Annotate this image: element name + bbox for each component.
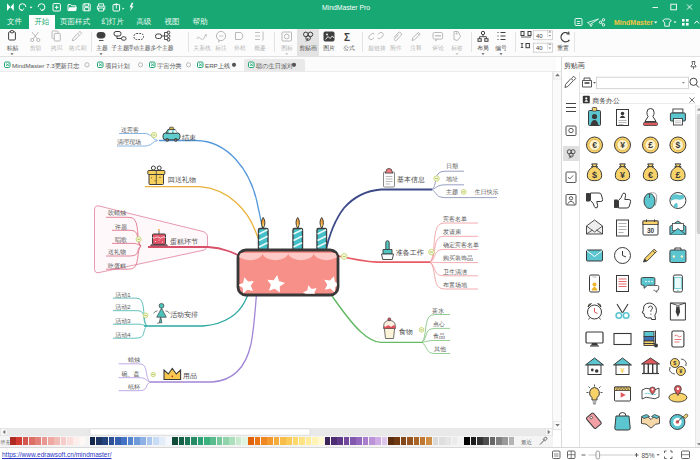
svg-text:用品: 用品	[183, 372, 197, 380]
svg-text:许愿: 许愿	[115, 223, 128, 231]
svg-text:基本信息: 基本信息	[397, 176, 425, 184]
svg-text:食物: 食物	[399, 328, 413, 336]
svg-text:生日快乐: 生日快乐	[475, 189, 499, 196]
svg-text:回送礼物: 回送礼物	[168, 175, 196, 184]
svg-text:活动1: 活动1	[115, 292, 131, 299]
svg-text:€: €	[592, 140, 597, 150]
svg-text:纸杯: 纸杯	[128, 384, 141, 390]
svg-text:MindMaster: MindMaster	[614, 19, 653, 26]
svg-text:发请柬: 发请柬	[443, 228, 462, 235]
svg-text:蜡烛: 蜡烛	[128, 357, 140, 364]
svg-text:30: 30	[646, 226, 654, 233]
svg-text:活动3: 活动3	[115, 318, 131, 325]
svg-text:确定宾客名单: 确定宾客名单	[443, 241, 479, 249]
svg-text:€: €	[647, 170, 652, 180]
svg-text:¥: ¥	[619, 170, 624, 180]
svg-text:40: 40	[536, 33, 543, 39]
svg-text:送宾客: 送宾客	[121, 126, 139, 134]
svg-text:卫生清洁: 卫生清洁	[443, 268, 467, 276]
svg-text:活动安排: 活动安排	[170, 311, 198, 319]
svg-text:¥: ¥	[620, 140, 625, 150]
svg-text:购买装饰品: 购买装饰品	[443, 254, 473, 262]
svg-text:Σ: Σ	[344, 32, 350, 43]
svg-text:食品: 食品	[433, 332, 445, 340]
svg-text:地址: 地址	[446, 176, 458, 182]
svg-text:¥: ¥	[620, 365, 625, 374]
svg-text:茶水: 茶水	[432, 308, 444, 314]
svg-text:准备工作: 准备工作	[396, 249, 424, 257]
svg-text:85%: 85%	[642, 452, 655, 459]
svg-text:宾客名单: 宾客名单	[443, 215, 467, 223]
svg-text:活动4: 活动4	[115, 332, 131, 339]
svg-text:送礼物: 送礼物	[108, 248, 126, 256]
svg-text:点心: 点心	[433, 321, 445, 327]
svg-text:蛋糕环节: 蛋糕环节	[170, 238, 198, 246]
svg-text:活动2: 活动2	[115, 304, 131, 311]
svg-text:$: $	[591, 170, 596, 180]
svg-text:主题: 主题	[446, 188, 458, 196]
svg-text:$: $	[675, 140, 680, 150]
svg-text:唱歌: 唱歌	[115, 236, 127, 244]
svg-text:£: £	[648, 140, 653, 150]
svg-text:结束: 结束	[182, 134, 196, 142]
svg-text:清理现场: 清理现场	[117, 139, 141, 146]
svg-text:$: $	[673, 360, 676, 366]
svg-text:£: £	[675, 170, 680, 180]
svg-text:日期: 日期	[446, 163, 458, 170]
svg-text:其他: 其他	[434, 346, 446, 353]
svg-text:吹蜡烛: 吹蜡烛	[108, 209, 126, 217]
svg-text:MindMaster Pro: MindMaster Pro	[322, 4, 370, 11]
svg-text:碗、盘: 碗、盘	[121, 370, 139, 377]
svg-text:布置场地: 布置场地	[443, 282, 468, 289]
svg-text:40: 40	[536, 45, 543, 51]
svg-text:吃蛋糕: 吃蛋糕	[108, 262, 127, 269]
